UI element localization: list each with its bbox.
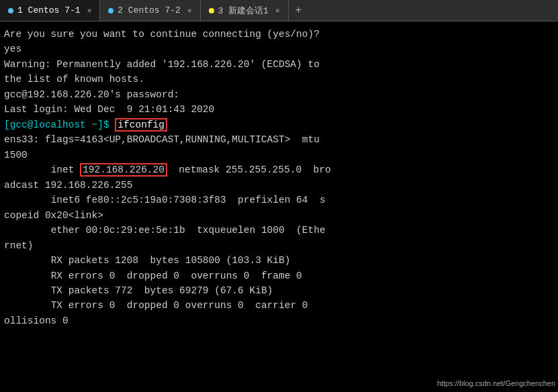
terminal-line-16: RX errors 0 dropped 0 overruns 0 frame 0 — [4, 268, 554, 283]
terminal-line-6: [gcc@localhost ~]$ ifconfig — [4, 117, 554, 132]
terminal-line-4: gcc@192.168.226.20's password: — [4, 87, 554, 102]
terminal-line-8: 1500 — [4, 148, 554, 162]
watermark: https://blog.csdn.net/Gengchenchen — [437, 378, 555, 389]
terminal-line-18: TX errors 0 dropped 0 overruns 0 carrier… — [4, 298, 554, 313]
terminal-line-2: Warning: Permanently added '192.168.226.… — [4, 57, 554, 72]
tab-3-close[interactable]: ✕ — [275, 6, 280, 15]
terminal: Are you sure you want to continue connec… — [0, 21, 558, 392]
terminal-line-12: copeid 0x20<link> — [4, 208, 554, 223]
command: ifconfig — [115, 118, 167, 132]
tab-2-dot — [108, 8, 113, 13]
terminal-line-9: inet 192.168.226.20 netmask 255.255.255.… — [4, 162, 554, 177]
tab-3-dot — [209, 8, 214, 13]
tab-3-label: 3 新建会话1 — [218, 5, 269, 17]
tab-2-label: 2 Centos 7-2 — [118, 5, 181, 15]
tab-1-close[interactable]: ✕ — [87, 6, 92, 15]
terminal-line-14: rnet) — [4, 238, 554, 253]
terminal-line-7: ens33: flags=4163<UP,BROADCAST,RUNNING,M… — [4, 132, 554, 147]
ip-address-box: 192.168.226.20 — [80, 163, 167, 177]
terminal-line-13: ether 00:0c:29:ee:5e:1b txqueuelen 1000 … — [4, 223, 554, 238]
tab-2-close[interactable]: ✕ — [187, 6, 192, 15]
tab-bar: 1 Centos 7-1 ✕ 2 Centos 7-2 ✕ 3 新建会话1 ✕ … — [0, 0, 558, 21]
prompt: [gcc@localhost ~]$ — [4, 119, 109, 130]
terminal-line-0: Are you sure you want to continue connec… — [4, 27, 554, 42]
tab-2[interactable]: 2 Centos 7-2 ✕ — [100, 0, 200, 21]
terminal-line-19: ollisions 0 — [4, 313, 554, 328]
terminal-line-15: RX packets 1208 bytes 105800 (103.3 KiB) — [4, 253, 554, 268]
terminal-line-1: yes — [4, 42, 554, 56]
terminal-line-5: Last login: Wed Dec 9 21:01:43 2020 — [4, 102, 554, 117]
terminal-line-10: adcast 192.168.226.255 — [4, 178, 554, 193]
tab-3[interactable]: 3 新建会话1 ✕ — [201, 0, 289, 21]
tab-1[interactable]: 1 Centos 7-1 ✕ — [0, 0, 100, 21]
tab-1-dot — [8, 8, 13, 13]
terminal-line-11: inet6 fe80::2c5:19a0:7308:3f83 prefixlen… — [4, 193, 554, 207]
tab-1-label: 1 Centos 7-1 — [17, 5, 81, 15]
new-tab-button[interactable]: + — [289, 5, 309, 17]
terminal-line-3: the list of known hosts. — [4, 72, 554, 87]
terminal-line-17: TX packets 772 bytes 69279 (67.6 KiB) — [4, 283, 554, 298]
